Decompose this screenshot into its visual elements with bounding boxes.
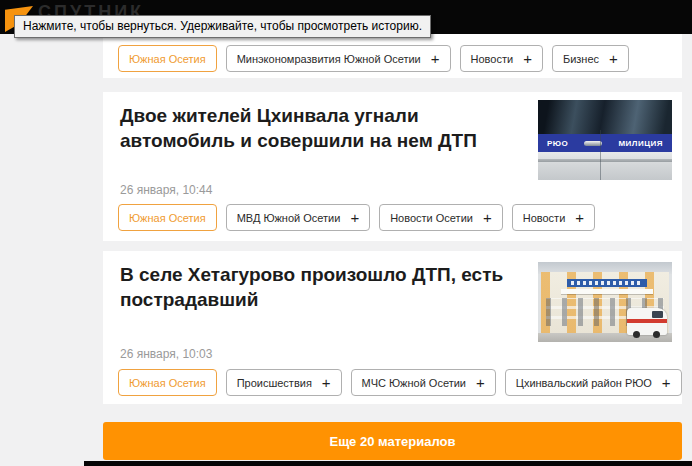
- page: СПУТНИК Нажмите, чтобы вернуться. Удержи…: [0, 0, 692, 466]
- plus-icon: +: [609, 51, 618, 66]
- article-headline[interactable]: В селе Хетагурово произошло ДТП, есть по…: [120, 262, 503, 313]
- tag-button[interactable]: МЧС Южной Осетии+: [351, 369, 496, 396]
- tag-label: Южная Осетия: [129, 212, 206, 224]
- plus-icon: +: [322, 375, 331, 390]
- tag-label: Происшествия: [237, 377, 312, 389]
- tag-button-primary[interactable]: Южная Осетия: [118, 45, 217, 72]
- tag-button[interactable]: Минэкономразвития Южной Осетии+: [226, 45, 451, 72]
- ambulance-van: [627, 308, 667, 335]
- plus-icon: +: [662, 375, 671, 390]
- load-more-button[interactable]: Еще 20 материалов: [103, 422, 682, 460]
- tag-label: Новости: [471, 53, 514, 65]
- police-stripe: РЮО МИЛИЦИЯ: [538, 134, 672, 152]
- tag-button[interactable]: Бизнес+: [552, 45, 629, 72]
- tag-label: МВД Южной Осетии: [237, 212, 341, 224]
- tag-button-primary[interactable]: Южная Осетия: [118, 369, 217, 396]
- tag-label: Южная Осетия: [129, 53, 206, 65]
- tag-list: Южная ОсетияПроисшествия+МЧС Южной Осети…: [118, 369, 682, 396]
- article-date: 26 января, 10:44: [120, 183, 212, 197]
- tag-button[interactable]: Новости+: [460, 45, 543, 72]
- article-thumbnail-hospital[interactable]: [538, 262, 672, 342]
- plus-icon: +: [350, 210, 359, 225]
- plus-icon: +: [575, 210, 584, 225]
- tag-button[interactable]: Новости Осетии+: [379, 204, 503, 231]
- tag-label: Минэкономразвития Южной Осетии: [237, 53, 421, 65]
- browser-back-tooltip: Нажмите, чтобы вернуться. Удерживайте, ч…: [14, 15, 431, 38]
- tag-label: Бизнес: [563, 53, 599, 65]
- car-body: [538, 152, 672, 180]
- article-date: 26 января, 10:03: [120, 347, 212, 361]
- car-windows: [538, 100, 672, 134]
- stripe-label-ryuo: РЮО: [547, 139, 568, 148]
- hospital-sign: [567, 279, 647, 287]
- ambulance-wheels: [633, 331, 640, 338]
- car-door-seam: [600, 130, 601, 180]
- tag-button-primary[interactable]: Южная Осетия: [118, 204, 217, 231]
- tag-label: Цхинвальский район РЮО: [516, 377, 652, 389]
- tag-label: Новости: [523, 212, 566, 224]
- footer-bar: [84, 461, 692, 466]
- tag-list: Южная ОсетияМинэкономразвития Южной Осет…: [118, 45, 629, 72]
- tag-list: Южная ОсетияМВД Южной Осетии+Новости Осе…: [118, 204, 595, 231]
- plus-icon: +: [431, 51, 440, 66]
- article-card: В селе Хетагурово произошло ДТП, есть по…: [103, 251, 682, 404]
- article-card: Двое жителей Цхинвала угнали автомобиль …: [103, 92, 682, 241]
- plus-icon: +: [523, 51, 532, 66]
- article-card-partial: Южная ОсетияМинэкономразвития Южной Осет…: [103, 34, 682, 78]
- plus-icon: +: [476, 375, 485, 390]
- tag-button[interactable]: Новости+: [512, 204, 595, 231]
- tag-label: Новости Осетии: [390, 212, 473, 224]
- stripe-label-militia: МИЛИЦИЯ: [618, 139, 663, 148]
- tag-label: МЧС Южной Осетии: [362, 377, 466, 389]
- article-headline[interactable]: Двое жителей Цхинвала угнали автомобиль …: [120, 103, 477, 154]
- tag-button[interactable]: МВД Южной Осетии+: [226, 204, 371, 231]
- entrance-canopy: [561, 289, 653, 294]
- article-thumbnail-police-car[interactable]: РЮО МИЛИЦИЯ: [538, 100, 672, 180]
- tooltip-text: Нажмите, чтобы вернуться. Удерживайте, ч…: [23, 19, 422, 33]
- tag-button[interactable]: Происшествия+: [226, 369, 342, 396]
- plus-icon: +: [483, 210, 492, 225]
- tag-label: Южная Осетия: [129, 377, 206, 389]
- tag-button[interactable]: Цхинвальский район РЮО+: [505, 369, 682, 396]
